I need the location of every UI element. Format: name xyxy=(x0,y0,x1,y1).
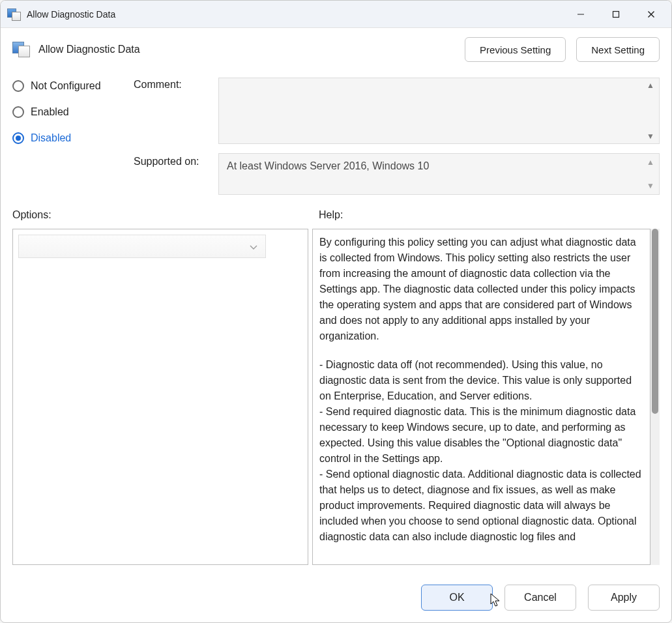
policy-icon xyxy=(7,8,20,20)
radio-not-configured[interactable]: Not Configured xyxy=(12,80,134,92)
window-title: Allow Diagnostic Data xyxy=(27,9,563,20)
help-panel: By configuring this policy setting you c… xyxy=(312,229,650,565)
help-scrollbar[interactable] xyxy=(650,229,660,565)
previous-setting-button[interactable]: Previous Setting xyxy=(465,37,566,62)
dialog-footer: OK Cancel Apply xyxy=(1,574,671,622)
chevron-down-icon xyxy=(250,241,257,252)
options-label: Options: xyxy=(12,209,312,221)
radio-label: Not Configured xyxy=(31,80,101,92)
panels: By configuring this policy setting you c… xyxy=(12,229,660,565)
radio-icon xyxy=(12,132,24,144)
scroll-up-icon[interactable]: ▲ xyxy=(645,156,656,168)
dialog-content: Allow Diagnostic Data Previous Setting N… xyxy=(1,28,671,574)
window-buttons xyxy=(563,1,669,28)
state-radio-group: Not Configured Enabled Disabled xyxy=(12,78,134,195)
header-row: Allow Diagnostic Data Previous Setting N… xyxy=(12,37,660,62)
radio-icon xyxy=(12,106,24,118)
radio-icon xyxy=(12,80,24,92)
scrollbar-thumb[interactable] xyxy=(652,229,658,414)
top-section: Not Configured Enabled Disabled Comment:… xyxy=(12,78,660,195)
close-button[interactable] xyxy=(634,1,669,28)
options-dropdown[interactable] xyxy=(18,235,266,258)
radio-label: Enabled xyxy=(31,106,69,118)
policy-name: Allow Diagnostic Data xyxy=(38,44,454,55)
help-intro: By configuring this policy setting you c… xyxy=(319,235,643,344)
scroll-down-icon[interactable]: ▼ xyxy=(645,180,656,192)
options-panel xyxy=(12,229,308,565)
help-item: - Send required diagnostic data. This is… xyxy=(319,404,643,467)
radio-disabled[interactable]: Disabled xyxy=(12,132,134,144)
help-item: - Diagnostic data off (not recommended).… xyxy=(319,357,643,404)
comment-label: Comment: xyxy=(134,78,218,144)
help-wrap: By configuring this policy setting you c… xyxy=(312,229,660,565)
dialog-window: Allow Diagnostic Data Allow Diagnostic D… xyxy=(0,0,672,623)
titlebar: Allow Diagnostic Data xyxy=(1,1,671,28)
help-label: Help: xyxy=(312,209,660,221)
supported-on-text: At least Windows Server 2016, Windows 10 xyxy=(227,160,429,172)
scroll-up-icon[interactable]: ▲ xyxy=(645,80,656,91)
radio-label: Disabled xyxy=(31,132,71,144)
supported-on-label: Supported on: xyxy=(134,144,218,195)
policy-header-icon xyxy=(12,42,31,57)
apply-button[interactable]: Apply xyxy=(588,585,660,611)
maximize-button[interactable] xyxy=(598,1,634,28)
help-item: - Send optional diagnostic data. Additio… xyxy=(319,467,643,545)
ok-button[interactable]: OK xyxy=(421,585,493,611)
supported-on-field: At least Windows Server 2016, Windows 10… xyxy=(218,153,660,195)
scroll-down-icon[interactable]: ▼ xyxy=(645,130,656,142)
comment-textarea[interactable]: ▲ ▼ xyxy=(218,78,660,144)
next-setting-button[interactable]: Next Setting xyxy=(576,37,660,62)
radio-enabled[interactable]: Enabled xyxy=(12,106,134,118)
cancel-button[interactable]: Cancel xyxy=(504,585,576,611)
svg-rect-1 xyxy=(613,11,619,17)
minimize-button[interactable] xyxy=(563,1,598,28)
section-labels: Options: Help: xyxy=(12,209,660,221)
